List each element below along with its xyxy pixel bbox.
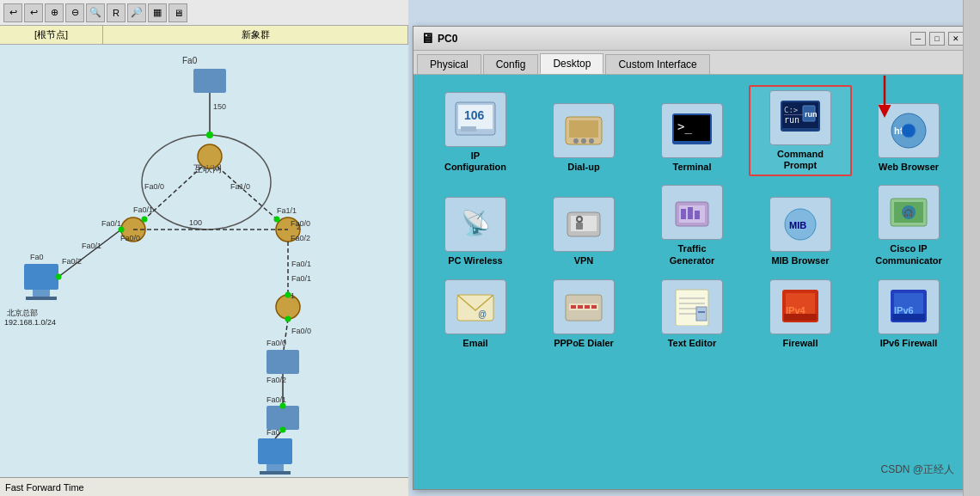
network-panel: ↩ ↩ ⊕ ⊖ 🔍 R 🔎 ▦ 🖥 [根节点] 新象群 互联网 Fa0 150 … (0, 0, 408, 496)
svg-rect-29 (26, 297, 57, 300)
cisco-ip-comm-label: Cisco IPCommunicator (875, 243, 942, 266)
app-vpn[interactable]: VPN (532, 181, 635, 269)
tab-physical[interactable]: Physical (417, 54, 481, 74)
traffic-gen-label: TrafficGenerator (670, 243, 715, 266)
svg-text:Fa1/1: Fa1/1 (198, 163, 216, 171)
svg-text:150: 150 (213, 102, 226, 111)
svg-point-14 (142, 217, 148, 223)
svg-rect-38 (266, 350, 299, 374)
svg-text:2: 2 (297, 223, 301, 231)
svg-point-47 (280, 403, 286, 409)
dialup-icon (553, 103, 615, 158)
tool-r[interactable]: R (107, 3, 126, 22)
svg-point-67 (589, 138, 594, 144)
firewall-label: Firewall (783, 338, 818, 349)
svg-rect-48 (258, 438, 292, 464)
minimize-button[interactable]: ─ (910, 32, 926, 46)
watermark: CSDN @正经人 (880, 462, 954, 477)
svg-text:MIB: MIB (789, 220, 806, 230)
ip-config-label: IPConfiguration (444, 150, 506, 173)
tool-add[interactable]: ⊕ (45, 3, 64, 22)
svg-rect-84 (576, 223, 583, 230)
app-ip-config[interactable]: 106IPConfiguration (424, 85, 527, 176)
svg-text:Fa0/1: Fa0/1 (291, 274, 311, 283)
tool-undo2[interactable]: ↩ (24, 3, 43, 22)
tool-remove[interactable]: ⊖ (65, 3, 84, 22)
app-pppoe-dialer[interactable]: PPPoE Dialer (532, 275, 635, 352)
tab-config[interactable]: Config (483, 54, 539, 74)
dialog-content[interactable]: 106IPConfigurationDial-up>_TerminalC:>ru… (413, 75, 971, 489)
tab-custom-interface[interactable]: Custom Interface (605, 54, 709, 74)
labels-bar: [根节点] 新象群 (0, 26, 408, 45)
app-text-editor[interactable]: Text Editor (640, 275, 744, 352)
app-web-browser[interactable]: http:Web Browser (857, 85, 960, 176)
command-prompt-icon: C:>runrun (769, 90, 831, 145)
svg-text:Fa0: Fa0 (182, 56, 198, 65)
svg-text:>_: >_ (677, 119, 692, 134)
app-mib-browser[interactable]: MIBMIB Browser (749, 181, 852, 269)
svg-point-42 (285, 316, 291, 322)
terminal-label: Terminal (672, 162, 711, 173)
svg-line-15 (217, 167, 277, 219)
tool-grid[interactable]: ▦ (148, 3, 167, 22)
app-firewall[interactable]: IPv4Firewall (749, 275, 852, 352)
svg-text:192.168.1.0/24: 192.168.1.0/24 (4, 318, 56, 327)
svg-rect-28 (33, 290, 50, 297)
svg-text:Fa0/0: Fa0/0 (120, 234, 140, 242)
svg-point-80 (902, 124, 916, 138)
close-button[interactable]: ✕ (948, 32, 964, 46)
dialup-label: Dial-up (567, 162, 599, 173)
cisco-ip-comm-icon: 🎧 (878, 185, 940, 240)
app-traffic-gen[interactable]: TrafficGenerator (640, 181, 744, 269)
app-command-prompt[interactable]: C:>runrunCommandPrompt (749, 85, 852, 176)
svg-point-66 (581, 138, 586, 144)
svg-text:Fa0/2: Fa0/2 (291, 234, 310, 242)
svg-text:Fa0/1: Fa0/1 (133, 205, 153, 214)
tool-zoom[interactable]: 🔎 (127, 3, 146, 22)
app-email[interactable]: @Email (424, 275, 527, 352)
app-grid: 106IPConfigurationDial-up>_TerminalC:>ru… (420, 82, 964, 356)
svg-rect-104 (591, 305, 597, 309)
svg-rect-119 (892, 314, 925, 321)
ip-config-icon: 106 (444, 92, 506, 147)
svg-rect-102 (578, 305, 583, 309)
svg-point-9 (276, 295, 300, 319)
web-browser-label: Web Browser (879, 162, 939, 173)
tool-monitor[interactable]: 🖥 (168, 3, 187, 22)
svg-text:📡: 📡 (461, 209, 491, 237)
app-terminal[interactable]: >_Terminal (640, 85, 744, 176)
email-label: Email (462, 338, 487, 349)
mib-browser-label: MIB Browser (771, 255, 829, 266)
app-dialup[interactable]: Dial-up (532, 85, 635, 176)
app-cisco-ip-comm[interactable]: 🎧Cisco IPCommunicator (857, 181, 960, 269)
svg-line-33 (58, 230, 121, 277)
svg-rect-1 (193, 69, 226, 93)
vpn-icon (553, 197, 615, 252)
svg-rect-27 (24, 264, 58, 290)
svg-rect-88 (681, 209, 686, 219)
tool-search[interactable]: 🔍 (86, 3, 105, 22)
maximize-button[interactable]: □ (929, 32, 945, 46)
app-ipv6-firewall[interactable]: IPv6IPv6 Firewall (857, 275, 960, 352)
svg-text:Fa0/1: Fa0/1 (82, 242, 101, 250)
tool-undo1[interactable]: ↩ (3, 3, 22, 22)
statusbar-text: Fast Forward Time (5, 482, 84, 493)
app-pc-wireless[interactable]: 📡PC Wireless (424, 181, 527, 269)
command-prompt-label: CommandPrompt (777, 149, 824, 171)
network-diagram: 互联网 Fa0 150 Fa1/1 100 Fa0/0 Fa0/1 Fa1/0 … (0, 45, 408, 477)
traffic-gen-icon (661, 185, 723, 240)
pppoe-dialer-label: PPPoE Dialer (554, 338, 614, 349)
dialog-title: 🖥 PC0 (420, 31, 457, 46)
svg-text:🎧: 🎧 (903, 208, 914, 218)
svg-text:北京总部: 北京总部 (7, 309, 38, 317)
email-icon: @ (444, 279, 506, 334)
svg-text:100: 100 (189, 218, 202, 227)
pc0-dialog: 🖥 PC0 ─ □ ✕ Physical Config Desktop Cust… (413, 26, 971, 490)
svg-text:1: 1 (291, 291, 295, 300)
svg-line-11 (144, 167, 202, 219)
svg-point-18 (274, 217, 280, 223)
web-browser-icon: http: (878, 103, 940, 158)
svg-text:@: @ (478, 309, 487, 319)
svg-text:Fa1/0: Fa1/0 (230, 182, 250, 191)
tab-desktop[interactable]: Desktop (540, 53, 603, 74)
